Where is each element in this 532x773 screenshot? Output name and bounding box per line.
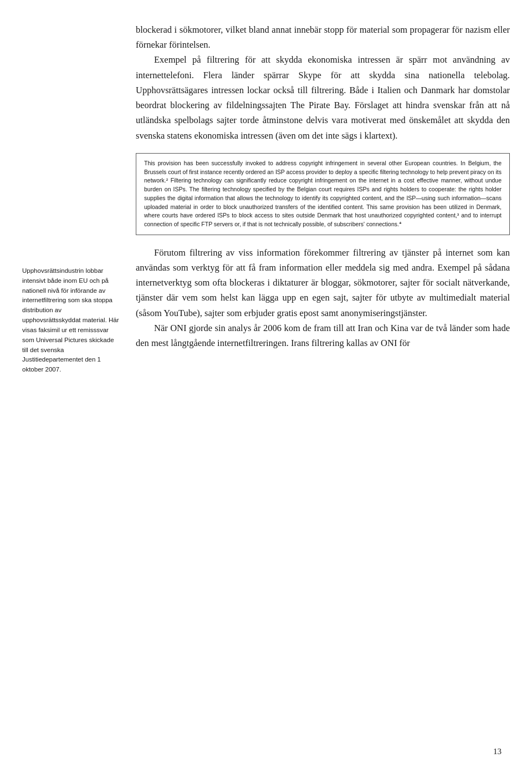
paragraph-1: blockerad i sökmotorer, vilket bland ann… [136,22,510,52]
content-area: Upphovsrättsindustrin lobbar intensivt b… [0,22,532,375]
page: Upphovsrättsindustrin lobbar intensivt b… [0,0,532,773]
paragraph-2: Exempel på filtrering för att skydda eko… [136,52,510,143]
paragraph-3: Förutom filtrering av viss information f… [136,245,510,321]
sidebar-text: Upphovsrättsindustrin lobbar intensivt b… [22,266,119,375]
sidebar: Upphovsrättsindustrin lobbar intensivt b… [22,22,130,375]
quote-box-text: This provision has been successfully inv… [144,159,502,229]
main-text: blockerad i sökmotorer, vilket bland ann… [130,22,510,375]
quote-box: This provision has been successfully inv… [136,153,510,235]
page-number: 13 [493,747,502,756]
paragraph-4: När ONI gjorde sin analys år 2006 kom de… [136,321,510,350]
